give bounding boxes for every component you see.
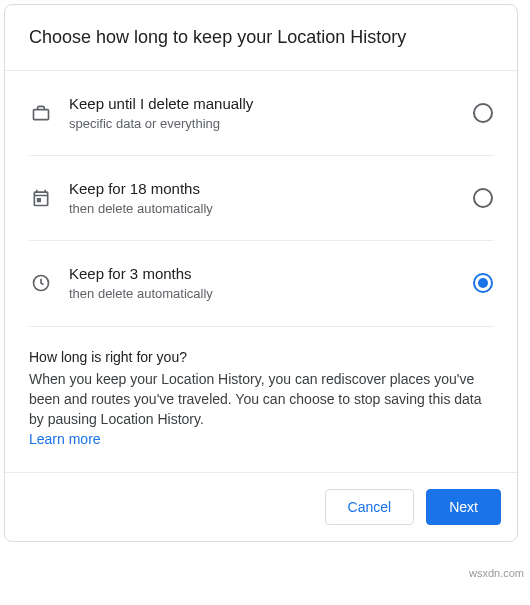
option-keep-18-months[interactable]: Keep for 18 months then delete automatic…	[29, 156, 493, 241]
options-list: Keep until I delete manually specific da…	[5, 71, 517, 327]
option-title: Keep for 18 months	[69, 178, 461, 199]
svg-rect-0	[34, 110, 49, 120]
clock-icon	[29, 271, 53, 295]
radio-keep-manual[interactable]	[473, 103, 493, 123]
info-body: When you keep your Location History, you…	[29, 369, 493, 430]
option-title: Keep for 3 months	[69, 263, 461, 284]
option-keep-manual[interactable]: Keep until I delete manually specific da…	[29, 71, 493, 156]
radio-keep-3-months[interactable]	[473, 273, 493, 293]
calendar-icon	[29, 186, 53, 210]
option-keep-3-months[interactable]: Keep for 3 months then delete automatica…	[29, 241, 493, 326]
option-text: Keep for 3 months then delete automatica…	[53, 263, 473, 303]
footer-actions: Cancel Next	[5, 472, 517, 541]
next-button[interactable]: Next	[426, 489, 501, 525]
learn-more-link[interactable]: Learn more	[29, 431, 101, 447]
info-title: How long is right for you?	[29, 349, 493, 365]
info-block: How long is right for you? When you keep…	[5, 327, 517, 473]
card-header: Choose how long to keep your Location Hi…	[5, 5, 517, 71]
option-subtitle: then delete automatically	[69, 285, 461, 303]
option-subtitle: specific data or everything	[69, 115, 461, 133]
page-title: Choose how long to keep your Location Hi…	[29, 27, 493, 48]
briefcase-icon	[29, 101, 53, 125]
cancel-button[interactable]: Cancel	[325, 489, 415, 525]
option-title: Keep until I delete manually	[69, 93, 461, 114]
settings-card: Choose how long to keep your Location Hi…	[4, 4, 518, 542]
option-text: Keep for 18 months then delete automatic…	[53, 178, 473, 218]
option-text: Keep until I delete manually specific da…	[53, 93, 473, 133]
option-subtitle: then delete automatically	[69, 200, 461, 218]
radio-keep-18-months[interactable]	[473, 188, 493, 208]
